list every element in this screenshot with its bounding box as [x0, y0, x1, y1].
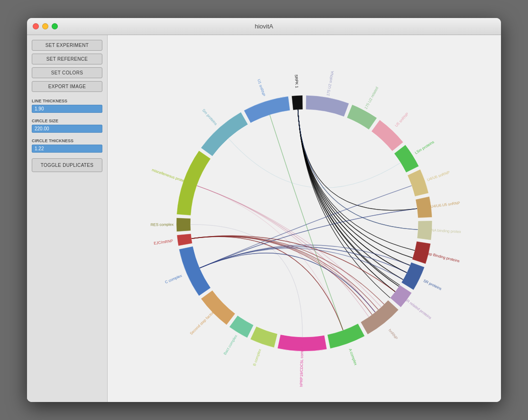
traffic-lights	[33, 23, 58, 29]
main-visualization-area: 175 U2 snRNA175 U2 relatedU5 snRNPL5m pr…	[108, 35, 501, 402]
maximize-button[interactable]	[52, 23, 58, 29]
set-reference-button[interactable]: SET REFERENCE	[32, 54, 102, 64]
svg-text:U1 snRNP: U1 snRNP	[256, 79, 266, 97]
chord-svg: 175 U2 snRNA175 U2 relatedU5 snRNPL5m pr…	[148, 48, 461, 389]
svg-text:Bact complex: Bact complex	[223, 334, 238, 356]
svg-text:SRPK 1: SRPK 1	[294, 74, 299, 88]
line-thickness-input[interactable]	[32, 105, 102, 113]
set-colors-button[interactable]: SET COLORS	[32, 67, 102, 78]
circle-thickness-input[interactable]	[32, 145, 102, 153]
svg-text:L5m proteins: L5m proteins	[414, 140, 435, 155]
svg-text:U4/U6 snRNP: U4/U6 snRNP	[427, 170, 450, 182]
svg-text:SR proteins: SR proteins	[423, 279, 443, 291]
titlebar: hiovitA	[27, 18, 501, 35]
svg-text:Second step factors: Second step factors	[189, 310, 216, 336]
svg-text:B complex: B complex	[252, 348, 262, 366]
svg-text:C complex: C complex	[164, 274, 182, 284]
minimize-button[interactable]	[42, 23, 48, 29]
svg-text:175 U2 snRNA: 175 U2 snRNA	[326, 70, 335, 96]
svg-text:175 U2 related: 175 U2 related	[364, 86, 379, 110]
svg-text:hPRP19/CDC5L complex: hPRP19/CDC5L complex	[299, 344, 304, 387]
svg-text:RES complex: RES complex	[151, 222, 174, 227]
export-image-button[interactable]: EXPORT IMAGE	[32, 81, 102, 92]
toggle-duplicates-button[interactable]: TOGGLE DUPLICATES	[32, 158, 102, 172]
svg-text:U5 snRNP: U5 snRNP	[394, 112, 410, 128]
set-experiment-button[interactable]: SET EXPERIMENT	[32, 40, 102, 51]
svg-text:U4/U6.U5 snRNP: U4/U6.U5 snRNP	[430, 201, 460, 209]
window-title: hiovitA	[255, 23, 273, 30]
svg-text:hnRNP: hnRNP	[388, 328, 399, 340]
close-button[interactable]	[33, 23, 39, 29]
svg-text:miscelleneous proteins: miscelleneous proteins	[151, 168, 189, 184]
svg-text:RNA binding proteins: RNA binding proteins	[428, 228, 461, 234]
sidebar: SET EXPERIMENT SET REFERENCE SET COLORS …	[27, 35, 108, 402]
svg-text:EJC/mRNP: EJC/mRNP	[154, 239, 173, 246]
circle-size-label: CIRCLE SIZE	[32, 119, 102, 123]
svg-text:A complex: A complex	[348, 348, 358, 366]
svg-text:Cap Binding proteins: Cap Binding proteins	[425, 251, 460, 263]
circle-size-input[interactable]	[32, 125, 102, 133]
line-thickness-label: LINE THICKNESS	[32, 99, 102, 103]
content-area: SET EXPERIMENT SET REFERENCE SET COLORS …	[27, 35, 501, 402]
chord-diagram: 175 U2 snRNA175 U2 relatedU5 snRNPL5m pr…	[148, 48, 461, 389]
circle-thickness-label: CIRCLE THICKNESS	[32, 138, 102, 143]
svg-text:SR related proteins: SR related proteins	[404, 297, 432, 320]
svg-text:Sm proteins: Sm proteins	[201, 108, 218, 126]
main-window: hiovitA SET EXPERIMENT SET REFERENCE SET…	[27, 18, 501, 402]
